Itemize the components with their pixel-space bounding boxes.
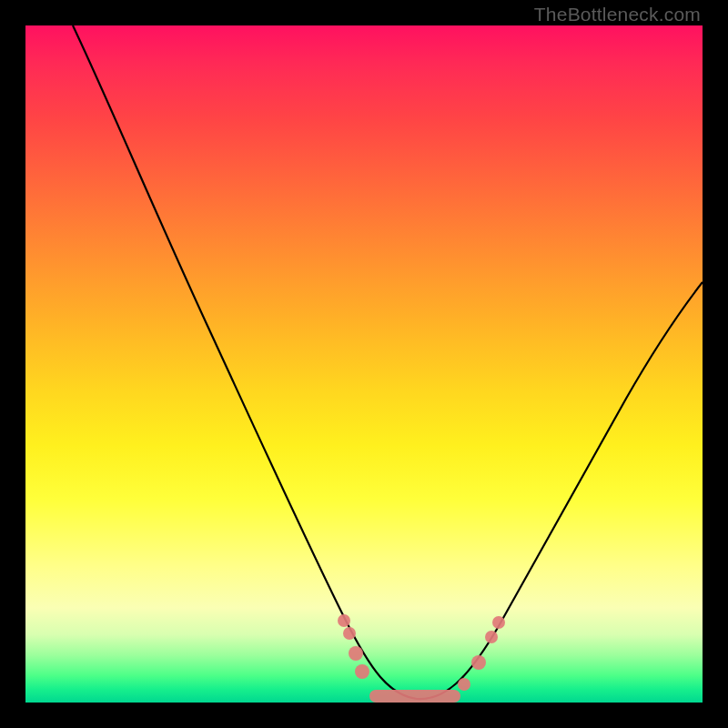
svg-rect-4	[369, 690, 460, 703]
svg-point-0	[338, 614, 350, 627]
watermark-text: TheBottleneck.com	[534, 4, 701, 25]
svg-point-1	[343, 627, 356, 640]
svg-point-3	[355, 664, 369, 679]
plot-area	[25, 25, 703, 703]
svg-point-7	[485, 631, 498, 643]
bottleneck-curve	[73, 25, 703, 699]
svg-point-6	[471, 655, 486, 670]
svg-point-5	[458, 678, 470, 691]
svg-point-8	[492, 616, 505, 629]
trough-markers	[338, 614, 505, 703]
chart-frame: TheBottleneck.com	[0, 0, 728, 728]
curve-layer	[25, 25, 703, 703]
svg-point-2	[349, 646, 363, 661]
